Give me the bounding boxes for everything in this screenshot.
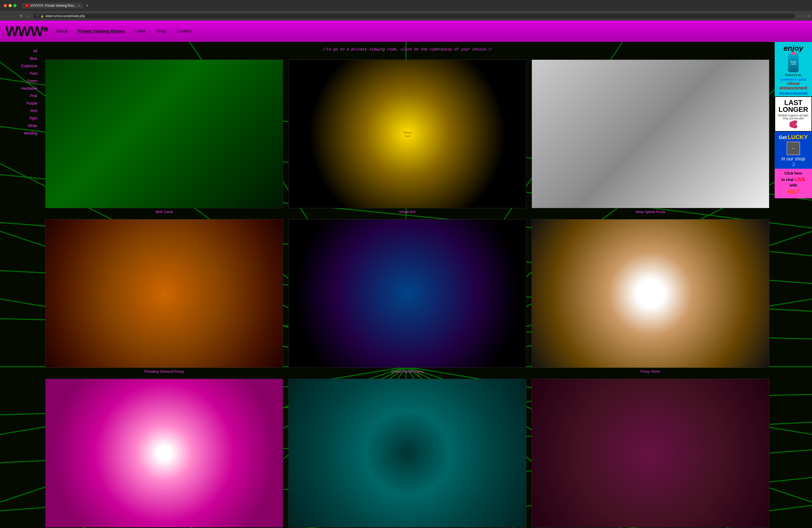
site-wrapper: WWW* About Private Viewing Rooms Links S…	[0, 20, 812, 528]
sidebar: All Blue Explosive Fast Green Hardware P…	[0, 42, 40, 528]
gallery-caption-dream-master: Dream Master Cums	[288, 369, 526, 373]
ad-bottle-graphic: PussyJuice	[788, 54, 799, 72]
bookmark-icon[interactable]: ☆	[802, 14, 805, 18]
ad-last-longer-text: LAST LONGER	[777, 99, 809, 113]
virtual-grrl-overlay-text: VirtualGrrl	[403, 130, 411, 137]
ad-chip-graphic: ■■■	[787, 142, 800, 155]
gallery-thumb-pussy-storm	[532, 219, 769, 368]
ad-smiley-text: ;)	[777, 162, 810, 167]
tab-bar: V VVVVVV: Private Viewing Roo... ✕ +	[22, 3, 90, 9]
ad-click-text: Click here	[784, 171, 802, 175]
filter-red[interactable]: Red	[3, 107, 37, 115]
gallery-item-dream-master[interactable]: Dream Master Cums	[288, 219, 526, 373]
lock-icon: 🔒	[41, 15, 44, 18]
tab-favicon: V	[25, 4, 29, 8]
browser-window: V VVVVVV: Private Viewing Roo... ✕ + ← →…	[0, 0, 812, 528]
content-area: All Blue Explosive Fast Green Hardware P…	[0, 42, 812, 528]
ad-get-lucky[interactable]: Get LUCKY ■■■ in our shop ;)	[775, 132, 812, 169]
url-bar[interactable]: 🛡 🔒 www.vvvvvv.xxx/private.php	[32, 13, 796, 19]
filter-pink[interactable]: Pink	[3, 92, 37, 100]
new-tab-button[interactable]: +	[84, 3, 90, 9]
gallery-tagline: //to go to a private viewing room, click…	[45, 45, 769, 54]
home-button[interactable]: ⌂	[26, 13, 30, 19]
ad-rated-text: Rated #1 for	[777, 73, 810, 76]
filter-hardware[interactable]: Hardware	[3, 85, 37, 92]
gallery-grid: Birth Canal VirtualGrrl Virtual Grrl War…	[45, 59, 769, 528]
maximize-button[interactable]	[13, 4, 16, 7]
gallery-caption-birth-canal: Birth Canal	[45, 210, 283, 214]
ad-chat-live[interactable]: Click here to chat LIVE with HOT	[775, 169, 812, 198]
tab-title: VVVVVV: Private Viewing Roo...	[30, 4, 76, 8]
gallery-caption-virtual-grrl: Virtual Grrl	[288, 210, 526, 214]
ad-in-shop-text: in our shop	[777, 156, 810, 162]
ad-click-more[interactable]: Click here to find out more!	[777, 91, 810, 94]
ad-pussy-juice[interactable]: enjoy PussyJuice Rated #1 for powerful &…	[775, 42, 812, 96]
gallery-item-pulsating[interactable]: Pulsating Diamond Pussy	[45, 219, 283, 373]
gallery-item-warp-speed[interactable]: Warp Speed Pussy	[532, 59, 769, 214]
gallery-thumb-dream-master	[288, 219, 526, 368]
filter-all[interactable]: All	[3, 47, 37, 55]
gallery-thumb-pulsating	[45, 219, 283, 368]
gallery-thumb-pussy-jack	[288, 379, 526, 527]
reader-icon[interactable]: ≡	[808, 14, 809, 18]
gallery-thumb-birth-pink	[45, 379, 283, 527]
ad-enhancement-text: enhancement	[777, 86, 810, 90]
nav-contact[interactable]: Contact	[177, 29, 191, 34]
site-header: WWW* About Private Viewing Rooms Links S…	[0, 20, 812, 42]
ad-live-text: LIVE	[795, 177, 805, 182]
address-bar: ← → ↻ ⌂ 🛡 🔒 www.vvvvvv.xxx/private.php ·…	[0, 11, 812, 20]
filter-fast[interactable]: Fast	[3, 70, 37, 77]
gallery-caption-pulsating: Pulsating Diamond Pussy	[45, 369, 283, 373]
site-logo[interactable]: WWW*	[5, 23, 48, 39]
nav-shop[interactable]: Shop	[156, 29, 166, 34]
filter-blue[interactable]: Blue	[3, 55, 37, 62]
gallery-caption-warp-speed: Warp Speed Pussy	[532, 210, 769, 214]
ad-bottle-label: PussyJuice	[791, 61, 796, 65]
tab-close-icon[interactable]: ✕	[78, 4, 80, 7]
gallery-thumb-warp-speed	[532, 59, 769, 208]
gallery-thumb-birth-canal	[45, 59, 283, 208]
shield-icon: 🛡	[36, 14, 39, 18]
nav-about[interactable]: About	[56, 29, 67, 34]
filter-explosive[interactable]: Explosive	[3, 62, 37, 70]
gallery-thumb-eat-me	[532, 379, 769, 527]
site-main: All Blue Explosive Fast Green Hardware P…	[0, 42, 812, 528]
active-tab[interactable]: V VVVVVV: Private Viewing Roo... ✕	[22, 3, 83, 9]
ad-with-text: with	[789, 183, 797, 187]
extensions-icon[interactable]: ···	[798, 14, 800, 18]
refresh-button[interactable]: ↻	[19, 13, 24, 19]
ad-get-label: Get	[779, 135, 787, 140]
gallery-area: //to go to a private viewing room, click…	[40, 42, 775, 528]
close-button[interactable]	[4, 4, 7, 7]
ad-chat-live-text: Click here to chat LIVE with HOT	[777, 171, 810, 196]
gallery-thumb-virtual-grrl: VirtualGrrl	[288, 59, 526, 208]
ad-multiple-text: Multiple orgasms all night long, just tw…	[777, 114, 809, 120]
gallery-item-birth-pink[interactable]: Birth Canal in Pink	[45, 379, 283, 528]
minimize-button[interactable]	[9, 4, 12, 7]
ad-sidebar: enjoy PussyJuice Rated #1 for powerful &…	[775, 42, 812, 528]
nav-private-viewing-rooms[interactable]: Private Viewing Rooms	[78, 29, 125, 34]
back-button[interactable]: ←	[3, 13, 9, 19]
traffic-lights	[4, 4, 16, 7]
filter-white[interactable]: White	[3, 122, 37, 129]
gallery-item-pussy-storm[interactable]: Pussy Storm	[532, 219, 769, 373]
ad-hot-text: HOT	[787, 188, 799, 195]
forward-button[interactable]: →	[11, 13, 16, 19]
ad-clitoral-text: clitoral	[777, 82, 810, 86]
filter-green[interactable]: Green	[3, 77, 37, 85]
gallery-item-virtual-grrl[interactable]: VirtualGrrl Virtual Grrl	[288, 59, 526, 214]
address-extras: ··· ☆ ≡	[798, 14, 809, 18]
filter-tight[interactable]: Tight	[3, 115, 37, 122]
filter-winding[interactable]: Winding	[3, 129, 37, 137]
gallery-item-pussy-jack[interactable]: Pussy Jack	[288, 379, 526, 528]
nav-links[interactable]: Links	[135, 29, 145, 34]
gallery-item-eat-me[interactable]: EAT ME	[532, 379, 769, 528]
ad-lucky-label: LUCKY	[788, 134, 808, 140]
ad-last-longer[interactable]: LAST LONGER Multiple orgasms all night l…	[775, 96, 812, 132]
ad-get-text: Get LUCKY	[777, 134, 810, 141]
ad-to-chat-text: to chat	[781, 177, 794, 182]
url-text: www.vvvvvv.xxx/private.php	[45, 14, 85, 18]
filter-purple[interactable]: Purple	[3, 100, 37, 107]
titlebar: V VVVVVV: Private Viewing Roo... ✕ +	[0, 0, 812, 11]
gallery-item-birth-canal[interactable]: Birth Canal	[45, 59, 283, 214]
